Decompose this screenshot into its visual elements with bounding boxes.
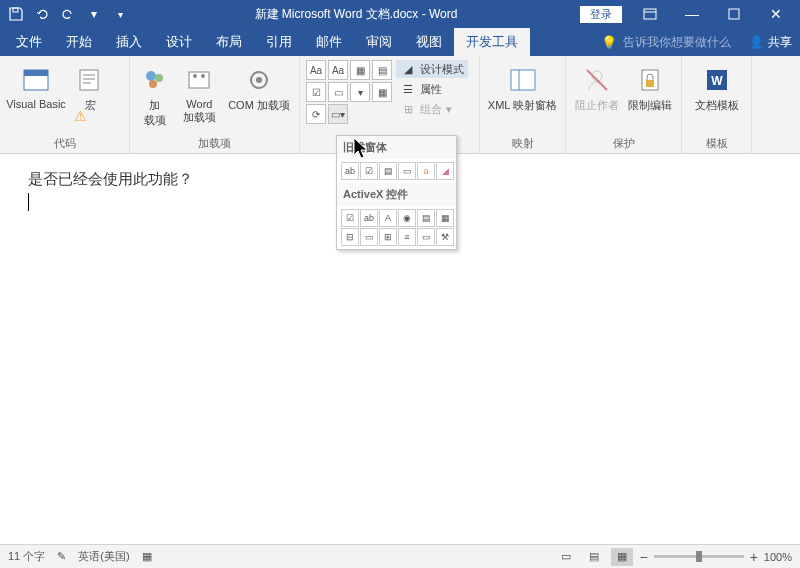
repeating-control-icon[interactable]: ⟳ bbox=[306, 104, 326, 124]
com-addins-button[interactable]: COM 加载项 bbox=[225, 60, 293, 113]
combobox-control-icon[interactable]: ▭ bbox=[328, 82, 348, 102]
svg-rect-10 bbox=[189, 72, 209, 88]
svg-rect-20 bbox=[646, 80, 654, 87]
maximize-button[interactable] bbox=[714, 2, 754, 26]
ax-list-icon[interactable]: ▤ bbox=[417, 209, 435, 227]
legacy-shading-icon[interactable]: a bbox=[417, 162, 435, 180]
group-button[interactable]: ⊞ 组合 ▾ bbox=[396, 100, 468, 118]
undo-icon[interactable] bbox=[30, 2, 54, 26]
block-authors-icon bbox=[581, 64, 613, 96]
legacy-tools-icon[interactable]: ▭▾ bbox=[328, 104, 348, 124]
ax-more-icon[interactable]: ⚒ bbox=[436, 228, 454, 246]
group-code: Visual Basic 宏 ⚠ 代码 bbox=[0, 56, 130, 153]
ax-button-icon[interactable]: ▭ bbox=[417, 228, 435, 246]
print-layout-button[interactable]: ▤ bbox=[583, 548, 605, 566]
tab-design[interactable]: 设计 bbox=[154, 28, 204, 56]
warning-icon: ⚠ bbox=[74, 108, 87, 124]
word-addins-button[interactable]: Word 加载项 bbox=[178, 60, 221, 125]
ax-combo-icon[interactable]: ▭ bbox=[360, 228, 378, 246]
zoom-out-button[interactable]: − bbox=[639, 549, 647, 565]
datepicker-control-icon[interactable]: ▦ bbox=[372, 82, 392, 102]
document-template-button[interactable]: W 文档模板 bbox=[688, 60, 745, 113]
redo-icon[interactable] bbox=[56, 2, 80, 26]
tab-layout[interactable]: 布局 bbox=[204, 28, 254, 56]
svg-point-7 bbox=[146, 71, 156, 81]
tab-mailings[interactable]: 邮件 bbox=[304, 28, 354, 56]
xml-mapping-button[interactable]: XML 映射窗格 bbox=[486, 60, 559, 113]
tab-insert[interactable]: 插入 bbox=[104, 28, 154, 56]
tab-developer[interactable]: 开发工具 bbox=[454, 28, 530, 56]
tab-file[interactable]: 文件 bbox=[4, 28, 54, 56]
tab-review[interactable]: 审阅 bbox=[354, 28, 404, 56]
web-layout-button[interactable]: ▦ bbox=[611, 548, 633, 566]
zoom-thumb[interactable] bbox=[696, 551, 702, 562]
tab-references[interactable]: 引用 bbox=[254, 28, 304, 56]
proofing-icon[interactable]: ✎ bbox=[57, 550, 66, 563]
legacy-checkbox-icon[interactable]: ☑ bbox=[360, 162, 378, 180]
title-bar: ▾ ▾ 新建 Microsoft Word 文档.docx - Word 登录 … bbox=[0, 0, 800, 28]
design-mode-button[interactable]: ◢ 设计模式 bbox=[396, 60, 468, 78]
read-mode-button[interactable]: ▭ bbox=[555, 548, 577, 566]
macros-button[interactable]: 宏 ⚠ bbox=[70, 60, 110, 113]
picture-control-icon[interactable]: ▦ bbox=[350, 60, 370, 80]
macros-icon bbox=[74, 64, 106, 96]
group-template: W 文档模板 模板 bbox=[682, 56, 752, 153]
legacy-frame-icon[interactable]: ▭ bbox=[398, 162, 416, 180]
tell-me-input[interactable]: 告诉我你想要做什么 bbox=[623, 34, 743, 51]
legacy-tools-dropdown: 旧式窗体 ab ☑ ▤ ▭ a ◢ ActiveX 控件 ☑ ab A ◉ ▤ … bbox=[336, 135, 457, 250]
macro-status-icon[interactable]: ▦ bbox=[142, 550, 152, 563]
svg-point-9 bbox=[149, 80, 157, 88]
legacy-reset-icon[interactable]: ◢ bbox=[436, 162, 454, 180]
properties-icon: ☰ bbox=[400, 81, 416, 97]
controls-grid: Aa Aa ▦ ▤ ☑ ▭ ▾ ▦ ⟳ ▭▾ bbox=[306, 60, 392, 124]
buildingblock-control-icon[interactable]: ▤ bbox=[372, 60, 392, 80]
chevron-down-icon: ▾ bbox=[446, 103, 452, 116]
qat-dropdown-icon[interactable]: ▾ bbox=[82, 2, 106, 26]
legacy-textfield-icon[interactable]: ab bbox=[341, 162, 359, 180]
zoom-in-button[interactable]: + bbox=[750, 549, 758, 565]
minimize-button[interactable]: — bbox=[672, 2, 712, 26]
zoom-slider[interactable] bbox=[654, 555, 744, 558]
restrict-editing-button[interactable]: 限制编辑 bbox=[626, 60, 676, 113]
group-addins: 加 载项 Word 加载项 COM 加载项 加载项 bbox=[130, 56, 300, 153]
share-icon: 👤 bbox=[749, 35, 764, 49]
svg-point-12 bbox=[201, 74, 205, 78]
close-button[interactable]: ✕ bbox=[756, 2, 796, 26]
window-title: 新建 Microsoft Word 文档.docx - Word bbox=[132, 6, 580, 23]
language-status[interactable]: 英语(美国) bbox=[78, 549, 129, 564]
com-addins-icon bbox=[243, 64, 275, 96]
ax-label-icon[interactable]: A bbox=[379, 209, 397, 227]
ax-textbox-icon[interactable]: ab bbox=[360, 209, 378, 227]
properties-button[interactable]: ☰ 属性 bbox=[396, 80, 468, 98]
tab-home[interactable]: 开始 bbox=[54, 28, 104, 56]
svg-point-14 bbox=[256, 77, 262, 83]
legacy-dropdown-icon[interactable]: ▤ bbox=[379, 162, 397, 180]
qat-more-icon[interactable]: ▾ bbox=[108, 2, 132, 26]
ax-option-icon[interactable]: ◉ bbox=[398, 209, 416, 227]
share-button[interactable]: 👤共享 bbox=[749, 34, 792, 51]
richtext-control-icon[interactable]: Aa bbox=[306, 60, 326, 80]
ax-scroll-icon[interactable]: ⊞ bbox=[379, 228, 397, 246]
group-icon: ⊞ bbox=[400, 101, 416, 117]
tab-view[interactable]: 视图 bbox=[404, 28, 454, 56]
block-authors-button[interactable]: 阻止作者 bbox=[572, 60, 622, 113]
plaintext-control-icon[interactable]: Aa bbox=[328, 60, 348, 80]
restrict-icon bbox=[634, 64, 666, 96]
visual-basic-button[interactable]: Visual Basic bbox=[6, 60, 66, 110]
group-addins-label: 加载项 bbox=[136, 134, 293, 153]
login-button[interactable]: 登录 bbox=[580, 6, 622, 23]
group-mapping-label: 映射 bbox=[486, 134, 559, 153]
dropdown-control-icon[interactable]: ▾ bbox=[350, 82, 370, 102]
ax-checkbox-icon[interactable]: ☑ bbox=[341, 209, 359, 227]
xml-icon bbox=[507, 64, 539, 96]
ax-image-icon[interactable]: ▦ bbox=[436, 209, 454, 227]
zoom-percent[interactable]: 100% bbox=[764, 551, 792, 563]
save-icon[interactable] bbox=[4, 2, 28, 26]
ribbon-display-icon[interactable] bbox=[630, 2, 670, 26]
ax-toggle-icon[interactable]: ⊟ bbox=[341, 228, 359, 246]
ax-spin-icon[interactable]: ≡ bbox=[398, 228, 416, 246]
vb-icon bbox=[20, 64, 52, 96]
checkbox-control-icon[interactable]: ☑ bbox=[306, 82, 326, 102]
addins-button[interactable]: 加 载项 bbox=[136, 60, 174, 128]
word-count[interactable]: 11 个字 bbox=[8, 549, 45, 564]
